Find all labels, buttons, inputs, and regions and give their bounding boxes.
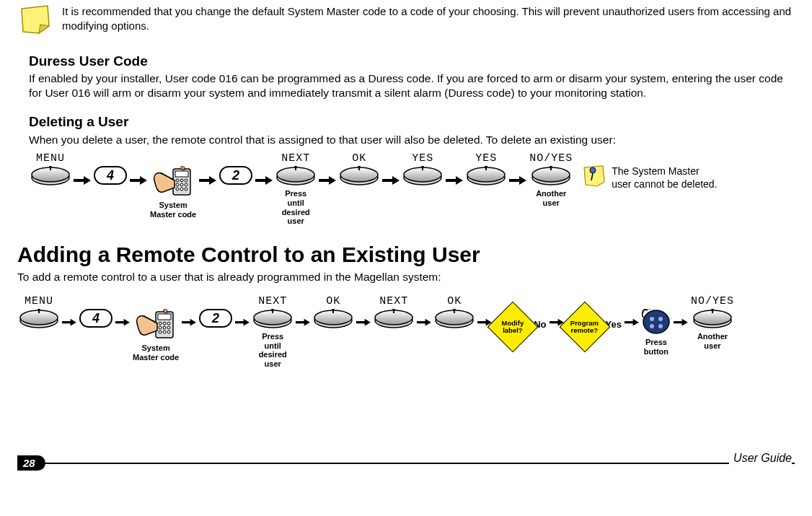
arrow-icon (625, 309, 639, 338)
pill-button-icon (275, 166, 316, 186)
pill-button-icon (339, 166, 379, 186)
recommendation-note: It is recommended that you change the de… (17, 4, 795, 40)
master-code-label: SystemMaster code (150, 201, 196, 219)
hand-keypad-icon (153, 166, 193, 198)
hand-keypad-icon (136, 309, 176, 341)
step-ok2: OK (434, 294, 475, 329)
step-program-remote: Programremote? (567, 294, 603, 345)
adding-intro: To add a remote control to a user that i… (17, 270, 795, 284)
step-master-code: SystemMaster code (133, 294, 179, 362)
page-footer: 28 User Guide (17, 455, 795, 473)
step-next2: NEXT (374, 294, 414, 329)
arrow-icon (417, 309, 431, 338)
pill-button-icon (531, 166, 571, 186)
step-next1: NEXT Pressuntildesireduser (252, 294, 293, 369)
step-key2 (199, 294, 232, 328)
arrow-icon (255, 166, 273, 195)
arrow-icon (319, 166, 336, 195)
pill-button-icon (402, 166, 443, 186)
step-noyes: NO/YES Anotheruser (691, 294, 734, 350)
step-ok: OK (339, 152, 379, 186)
press-until-label: Pressuntildesireduser (282, 189, 310, 226)
duress-body: If enabled by your installer, User code … (29, 71, 795, 100)
recommendation-text: It is recommended that you change the de… (62, 4, 795, 32)
deleting-flow: MENU SystemMaster code NEXT Pressuntilde… (29, 152, 795, 226)
pill-button-icon (466, 166, 506, 186)
pill-button-icon (252, 309, 293, 329)
arrow-icon (74, 166, 91, 195)
pill-button-icon (313, 309, 353, 329)
arrow-icon (446, 166, 463, 195)
pin-note-icon (581, 165, 607, 191)
keycap-4-icon (79, 309, 112, 328)
pill-button-icon (692, 309, 733, 329)
keycap-2-icon (219, 166, 252, 185)
step-noyes: NO/YES Anotheruser (529, 152, 573, 207)
deleting-side-note: The System Master user cannot be deleted… (581, 165, 718, 191)
step-menu: MENU (19, 294, 59, 329)
arrow-icon (235, 309, 250, 338)
another-user-label: Anotheruser (536, 189, 566, 207)
deleting-heading: Deleting a User (29, 113, 795, 131)
duress-heading: Duress User Code (29, 53, 795, 71)
arrow-icon (356, 309, 371, 338)
step-press-button: Pressbutton (642, 294, 671, 356)
pill-button-icon (30, 166, 71, 186)
arrow-icon (115, 309, 130, 338)
step-master-code: SystemMaster code (150, 152, 196, 219)
step-modify-label: Modifylabel? (495, 294, 531, 345)
arrow-icon (382, 166, 400, 195)
adding-flow: MENU SystemMaster code NEXT Pressuntilde… (17, 294, 795, 369)
arrow-icon (182, 309, 196, 338)
step-key2 (219, 152, 252, 185)
keycap-4-icon (94, 166, 127, 185)
deleting-intro: When you delete a user, the remote contr… (29, 133, 795, 147)
step-yes1: YES (402, 152, 443, 186)
keycap-2-icon (199, 309, 232, 328)
pill-button-icon (19, 309, 59, 329)
step-key4 (94, 152, 127, 185)
step-menu: MENU (30, 152, 71, 186)
arrow-icon (296, 309, 310, 338)
pill-button-icon (374, 309, 414, 329)
step-next: NEXT Pressuntildesireduser (275, 152, 316, 226)
step-ok1: OK (313, 294, 353, 329)
arrow-icon (509, 166, 526, 195)
diamond-icon: Modifylabel? (487, 302, 539, 353)
page-number: 28 (17, 455, 45, 471)
arrow-icon (130, 166, 147, 195)
diamond-icon: Programremote? (559, 302, 610, 353)
pill-button-icon (434, 309, 475, 329)
arrow-icon (199, 166, 216, 195)
note-icon (17, 4, 53, 40)
remote-icon (642, 309, 671, 335)
arrow-icon (550, 309, 564, 338)
footer-title: User Guide (729, 451, 792, 466)
step-key4 (79, 294, 112, 328)
arrow-icon (62, 309, 76, 338)
arrow-icon (674, 309, 688, 338)
adding-heading: Adding a Remote Control to an Existing U… (17, 240, 795, 268)
step-yes2: YES (466, 152, 506, 186)
